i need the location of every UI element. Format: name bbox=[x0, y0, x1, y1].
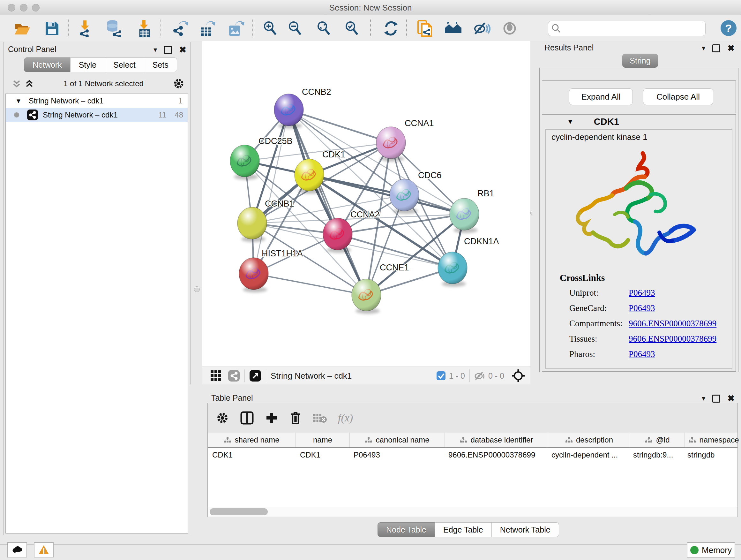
show-column-icon[interactable] bbox=[240, 411, 254, 425]
export-table-icon[interactable] bbox=[198, 19, 216, 37]
table-cell[interactable]: stringdb bbox=[683, 448, 741, 462]
network-edge[interactable] bbox=[289, 110, 366, 295]
warnings-button[interactable] bbox=[34, 542, 54, 557]
enable-glass-effect-icon[interactable] bbox=[473, 19, 491, 37]
tab-select[interactable]: Select bbox=[105, 57, 144, 72]
apply-layout-refresh-icon[interactable] bbox=[382, 19, 400, 37]
fit-selected-crosshair-icon[interactable] bbox=[511, 369, 525, 383]
network-edge[interactable] bbox=[289, 110, 391, 143]
column-header[interactable]: name bbox=[296, 433, 350, 447]
table-row[interactable]: CDK1CDK1P064939606.ENSP00000378699cyclin… bbox=[208, 448, 738, 462]
column-header[interactable]: namespace bbox=[685, 433, 741, 447]
collapse-all-button[interactable]: Collapse All bbox=[643, 88, 713, 105]
table-options-gear-icon[interactable] bbox=[216, 412, 229, 424]
crosslink-link[interactable]: 9606.ENSP00000378699 bbox=[629, 319, 717, 328]
float-panel-icon[interactable]: ▾ bbox=[702, 44, 705, 52]
string-view-icon[interactable] bbox=[228, 370, 240, 382]
import-network-from-database-icon[interactable] bbox=[105, 19, 122, 37]
tab-style[interactable]: Style bbox=[70, 57, 105, 72]
crosslink-link[interactable]: P06493 bbox=[629, 288, 655, 298]
tab-string[interactable]: String bbox=[622, 54, 658, 68]
save-session-icon[interactable] bbox=[43, 19, 61, 37]
network-node[interactable] bbox=[390, 179, 419, 214]
memory-button[interactable]: Memory bbox=[687, 542, 735, 558]
network-node[interactable] bbox=[238, 207, 267, 242]
network-node[interactable] bbox=[239, 258, 268, 293]
network-node[interactable] bbox=[323, 218, 352, 253]
network-node[interactable] bbox=[376, 127, 406, 162]
help-button[interactable]: ? bbox=[721, 20, 737, 36]
network-collection-row[interactable]: ▼ String Network – cdk1 1 bbox=[6, 94, 188, 108]
crosslink-link[interactable]: P06493 bbox=[629, 349, 655, 359]
column-header[interactable]: canonical name bbox=[350, 433, 445, 447]
column-header[interactable]: @id bbox=[630, 433, 685, 447]
table-cell[interactable]: stringdb:9... bbox=[629, 448, 683, 462]
node-label: CCNB1 bbox=[265, 199, 294, 208]
tab-network-table[interactable]: Network Table bbox=[491, 522, 559, 537]
zoom-in-icon[interactable] bbox=[261, 19, 279, 37]
maximize-panel-icon[interactable] bbox=[164, 46, 172, 54]
column-header[interactable]: database identifier bbox=[445, 433, 548, 447]
network-row[interactable]: String Network – cdk1 11 48 bbox=[6, 108, 188, 122]
crosslink-link[interactable]: P06493 bbox=[629, 303, 655, 313]
string-home-icon[interactable] bbox=[444, 19, 462, 37]
tree-expander-icon[interactable]: ▼ bbox=[15, 98, 22, 105]
network-canvas[interactable]: CCNB2CCNA1CDC25BCDK1CDC6RB1CCNB1CCNA2CDK… bbox=[202, 41, 530, 367]
node-entry-header[interactable]: ▼ CDK1 bbox=[542, 115, 736, 129]
column-header[interactable]: description bbox=[548, 433, 630, 447]
close-panel-icon[interactable]: ✖ bbox=[727, 43, 735, 53]
section-expander-icon[interactable]: ▼ bbox=[567, 118, 574, 125]
import-table-icon[interactable] bbox=[135, 19, 153, 37]
maximize-panel-icon[interactable] bbox=[712, 44, 720, 52]
tab-node-table[interactable]: Node Table bbox=[378, 522, 435, 537]
tab-edge-table[interactable]: Edge Table bbox=[434, 522, 492, 537]
crosslink-link[interactable]: 9606.ENSP00000378699 bbox=[629, 334, 717, 344]
collapse-all-chevron-icon[interactable] bbox=[12, 79, 21, 88]
clone-network-icon[interactable] bbox=[416, 19, 434, 37]
open-session-icon[interactable] bbox=[13, 19, 31, 37]
search-input[interactable] bbox=[561, 22, 705, 35]
tab-network[interactable]: Network bbox=[24, 57, 71, 72]
node-label: CDC25B bbox=[259, 136, 293, 146]
selected-checkbox-icon[interactable] bbox=[436, 371, 446, 381]
column-header[interactable]: shared name bbox=[208, 433, 296, 447]
close-panel-icon[interactable]: ✖ bbox=[727, 393, 735, 403]
maximize-panel-icon[interactable] bbox=[712, 395, 720, 402]
table-header-row: shared namenamecanonical namedatabase id… bbox=[208, 433, 738, 448]
network-node[interactable] bbox=[352, 279, 381, 314]
network-node[interactable] bbox=[230, 145, 259, 180]
tab-sets[interactable]: Sets bbox=[144, 57, 177, 72]
export-image-icon[interactable] bbox=[227, 19, 245, 37]
float-panel-icon[interactable]: ▾ bbox=[702, 394, 705, 402]
table-cell[interactable]: cyclin-dependent ... bbox=[547, 448, 629, 462]
delete-column-trash-icon[interactable] bbox=[289, 411, 301, 425]
delete-table-icon[interactable] bbox=[313, 413, 327, 423]
table-cell[interactable]: P06493 bbox=[349, 448, 444, 462]
table-cell[interactable]: CDK1 bbox=[208, 448, 295, 462]
network-node[interactable] bbox=[274, 94, 304, 129]
network-node[interactable] bbox=[450, 198, 479, 233]
table-cell[interactable]: CDK1 bbox=[295, 448, 349, 462]
float-panel-icon[interactable]: ▾ bbox=[153, 46, 157, 54]
scrollbar-thumb[interactable] bbox=[210, 508, 268, 515]
table-cell[interactable]: 9606.ENSP00000378699 bbox=[444, 448, 547, 462]
zoom-fit-icon[interactable] bbox=[315, 19, 333, 37]
close-panel-icon[interactable]: ✖ bbox=[179, 45, 186, 55]
expand-all-chevron-icon[interactable] bbox=[24, 79, 34, 88]
zoom-selected-icon[interactable] bbox=[343, 19, 361, 37]
import-network-icon[interactable] bbox=[76, 19, 93, 37]
export-network-icon[interactable] bbox=[171, 19, 188, 37]
table-horizontal-scrollbar[interactable] bbox=[208, 507, 738, 516]
create-column-plus-icon[interactable] bbox=[265, 412, 278, 424]
birds-eye-grid-icon[interactable] bbox=[210, 370, 222, 382]
zoom-out-icon[interactable] bbox=[286, 19, 304, 37]
show-graphics-details-icon[interactable] bbox=[501, 19, 519, 37]
left-splitter-grip[interactable] bbox=[194, 287, 200, 292]
function-builder-icon[interactable]: f(x) bbox=[338, 412, 353, 424]
network-options-gear-icon[interactable] bbox=[173, 78, 185, 89]
automation-cloud-button[interactable] bbox=[7, 542, 27, 557]
network-node[interactable] bbox=[438, 252, 467, 287]
hidden-eye-icon[interactable] bbox=[474, 371, 486, 381]
open-in-new-window-icon[interactable] bbox=[249, 370, 261, 382]
expand-all-button[interactable]: Expand All bbox=[569, 88, 633, 105]
